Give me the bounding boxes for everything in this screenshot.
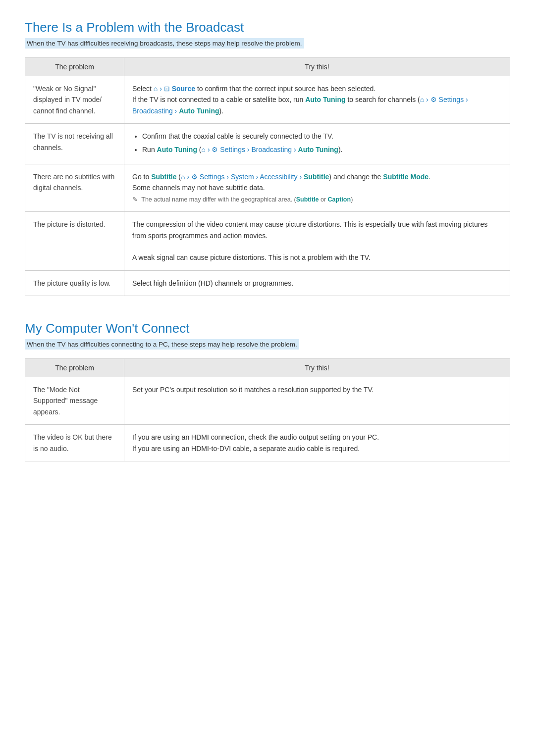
table-row: The picture quality is low. Select high … [25, 270, 510, 296]
problem-cell: The TV is not receiving all channels. [25, 124, 124, 164]
broadcast-title: There Is a Problem with the Broadcast [25, 20, 510, 35]
problem-cell: The "Mode Not Supported" message appears… [25, 377, 124, 425]
problem-cell: "Weak or No Signal" displayed in TV mode… [25, 76, 124, 124]
computer-title: My Computer Won't Connect [25, 321, 510, 336]
try-cell: The compression of the video content may… [124, 212, 510, 271]
broadcast-subtitle: When the TV has difficulties receiving b… [25, 38, 304, 49]
problem-cell: There are no subtitles with digital chan… [25, 164, 124, 211]
broadcast-col-problem: The problem [25, 58, 124, 76]
table-row: There are no subtitles with digital chan… [25, 164, 510, 211]
try-cell: Go to Subtitle (⌂ › ⚙ Settings › System … [124, 164, 510, 211]
try-cell: Set your PC's output resolution so it ma… [124, 377, 510, 425]
try-cell: Confirm that the coaxial cable is secure… [124, 124, 510, 164]
computer-col-problem: The problem [25, 359, 124, 377]
broadcast-col-try: Try this! [124, 58, 510, 76]
try-cell: If you are using an HDMI connection, che… [124, 425, 510, 461]
try-cell: Select ⌂ › ⊡ Source to confirm that the … [124, 76, 510, 124]
table-row: The video is OK but there is no audio. I… [25, 425, 510, 461]
table-row: "Weak or No Signal" displayed in TV mode… [25, 76, 510, 124]
problem-cell: The video is OK but there is no audio. [25, 425, 124, 461]
problem-cell: The picture is distorted. [25, 212, 124, 271]
computer-col-try: Try this! [124, 359, 510, 377]
computer-subtitle: When the TV has difficulties connecting … [25, 339, 299, 350]
try-cell: Select high definition (HD) channels or … [124, 270, 510, 296]
table-row: The TV is not receiving all channels. Co… [25, 124, 510, 164]
problem-cell: The picture quality is low. [25, 270, 124, 296]
broadcast-table: The problem Try this! "Weak or No Signal… [25, 57, 510, 296]
table-row: The "Mode Not Supported" message appears… [25, 377, 510, 425]
computer-table: The problem Try this! The "Mode Not Supp… [25, 358, 510, 461]
table-row: The picture is distorted. The compressio… [25, 212, 510, 271]
